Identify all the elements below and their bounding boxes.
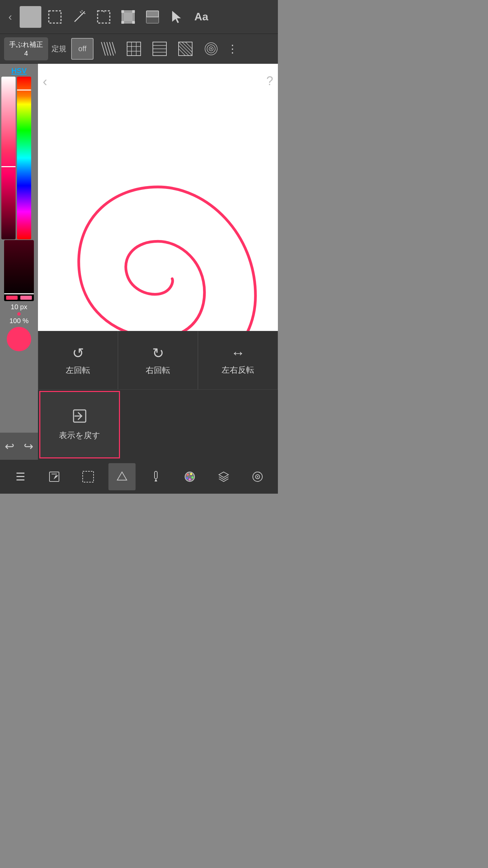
stabilizer-value: 4 xyxy=(24,49,28,58)
color-sliders xyxy=(1,77,37,239)
svg-line-8 xyxy=(103,11,104,12)
back-button[interactable]: ‹ xyxy=(3,6,17,28)
redo-button[interactable]: ↪ xyxy=(24,439,33,453)
ruler-grid-button[interactable] xyxy=(123,38,145,60)
ruler-more-button[interactable]: ⋮ xyxy=(227,42,238,55)
svg-point-6 xyxy=(81,14,83,15)
context-bottom-row: 表示を戻す xyxy=(38,390,278,460)
rotate-right-icon: ↻ xyxy=(152,345,164,361)
ruler-diagonal-button[interactable] xyxy=(97,38,119,60)
palette-button[interactable] xyxy=(176,463,203,490)
svg-marker-51 xyxy=(155,479,157,481)
undo-button[interactable]: ↩ xyxy=(5,439,14,453)
svg-rect-45 xyxy=(49,472,59,481)
brush-settings-button[interactable] xyxy=(244,463,271,490)
svg-rect-24 xyxy=(127,42,141,56)
select-rect-button[interactable] xyxy=(44,6,66,28)
svg-marker-48 xyxy=(117,472,127,480)
ruler-horizontal-button[interactable] xyxy=(148,38,171,60)
hsv-label[interactable]: HSV xyxy=(11,66,26,75)
svg-rect-47 xyxy=(83,471,94,482)
svg-marker-58 xyxy=(219,472,228,477)
svg-rect-11 xyxy=(121,10,124,13)
ruler-off-label: off xyxy=(78,44,86,53)
svg-point-61 xyxy=(257,476,258,477)
select-button[interactable] xyxy=(75,463,102,490)
size-label: 10 px xyxy=(11,303,27,311)
bottom-toolbar: ☰ xyxy=(0,460,278,494)
lasso-button[interactable] xyxy=(93,6,115,28)
hue-slider[interactable] xyxy=(17,77,31,239)
eraser-button[interactable] xyxy=(108,463,136,490)
ruler-off-button[interactable]: off xyxy=(71,38,94,60)
top-toolbar: ‹ xyxy=(0,0,278,34)
opacity-label: 100 % xyxy=(9,317,29,325)
svg-line-5 xyxy=(80,12,81,13)
edit-button[interactable] xyxy=(41,463,68,490)
context-menu: ↺ 左回転 ↻ 右回転 ↔ 左右反転 xyxy=(38,331,278,460)
svg-rect-16 xyxy=(146,17,159,23)
rotate-left-button[interactable]: ↺ 左回転 xyxy=(38,331,118,390)
rotate-right-button[interactable]: ↻ 右回転 xyxy=(118,331,198,390)
menu-button[interactable]: ☰ xyxy=(7,463,34,490)
size-dot xyxy=(17,312,21,316)
magic-wand-button[interactable] xyxy=(68,6,90,28)
rotate-left-label: 左回転 xyxy=(66,365,90,376)
color-preview[interactable] xyxy=(7,327,31,351)
svg-line-1 xyxy=(75,14,82,22)
svg-line-38 xyxy=(179,49,185,56)
svg-rect-50 xyxy=(155,471,157,479)
dark-slider[interactable] xyxy=(4,240,34,301)
restore-icon xyxy=(72,409,87,427)
svg-rect-12 xyxy=(132,10,135,13)
cursor-button[interactable] xyxy=(166,6,188,28)
layers-button[interactable] xyxy=(210,463,237,490)
svg-point-57 xyxy=(189,478,191,480)
context-top-row: ↺ 左回転 ↻ 右回転 ↔ 左右反転 xyxy=(38,331,278,390)
context-empty xyxy=(121,390,278,460)
main-area: HSV 10 px 100 % ↩ ↪ xyxy=(0,64,278,460)
svg-line-37 xyxy=(185,42,192,49)
svg-marker-18 xyxy=(172,11,181,23)
color-swatch-button[interactable] xyxy=(20,6,41,28)
saturation-slider[interactable] xyxy=(1,77,16,239)
rotate-left-icon: ↺ xyxy=(72,345,84,361)
svg-rect-0 xyxy=(49,11,61,23)
restore-view-button[interactable]: 表示を戻す xyxy=(39,391,120,458)
ruler-label: 定規 xyxy=(52,44,66,54)
svg-point-56 xyxy=(186,477,188,479)
restore-label: 表示を戻す xyxy=(59,430,100,441)
svg-rect-7 xyxy=(98,11,110,23)
flip-button[interactable]: ↔ 左右反転 xyxy=(198,331,278,390)
text-button[interactable]: Aa xyxy=(190,6,212,28)
ruler-circle-button[interactable] xyxy=(200,38,222,60)
svg-line-34 xyxy=(179,42,192,56)
flip-icon: ↔ xyxy=(231,345,245,361)
canvas-area[interactable]: ‹ ? ↺ 左回転 ↻ 右回転 ↔ 左右反転 xyxy=(38,64,278,460)
svg-rect-14 xyxy=(132,21,135,24)
stabilizer-label: 手ぶれ補正 xyxy=(9,40,43,49)
fill-button[interactable] xyxy=(142,6,163,28)
svg-point-42 xyxy=(210,48,212,50)
flip-label: 左右反転 xyxy=(222,364,254,375)
svg-point-54 xyxy=(190,473,192,475)
rotate-right-label: 右回転 xyxy=(146,365,170,376)
pen-button[interactable] xyxy=(142,463,169,490)
svg-point-55 xyxy=(191,476,194,478)
left-sidebar: HSV 10 px 100 % ↩ ↪ xyxy=(0,64,38,460)
transform-button[interactable] xyxy=(117,6,139,28)
svg-rect-13 xyxy=(121,21,124,24)
stabilizer-button[interactable]: 手ぶれ補正 4 xyxy=(4,37,48,60)
svg-point-53 xyxy=(187,474,189,476)
ruler-crosshatch-button[interactable] xyxy=(174,38,197,60)
ruler-toolbar: 手ぶれ補正 4 定規 off xyxy=(0,34,278,64)
svg-rect-10 xyxy=(123,12,133,22)
